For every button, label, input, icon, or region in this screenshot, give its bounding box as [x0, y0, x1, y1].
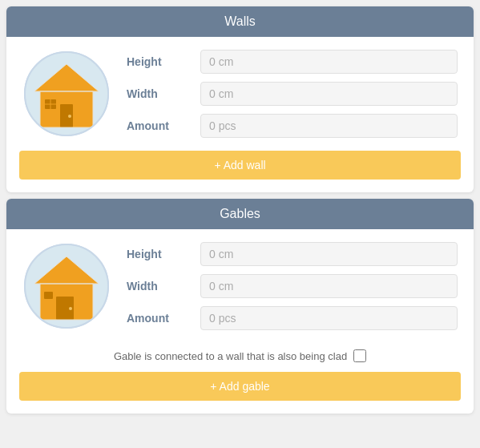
gables-header: Gables: [6, 199, 474, 229]
walls-width-label: Width: [127, 87, 191, 100]
gables-height-input[interactable]: [200, 242, 458, 266]
add-wall-button[interactable]: + Add wall: [19, 151, 461, 180]
walls-height-label: Height: [127, 55, 191, 68]
gables-width-row: Width: [127, 274, 458, 298]
gables-amount-label: Amount: [127, 312, 191, 325]
walls-amount-row: Amount: [127, 114, 458, 138]
walls-height-row: Height: [127, 50, 458, 74]
walls-section: Walls: [6, 6, 474, 192]
gables-height-label: Height: [127, 248, 191, 260]
gables-house-icon: [22, 242, 111, 330]
gables-amount-row: Amount: [127, 306, 458, 330]
svg-rect-20: [44, 292, 53, 299]
gables-title: Gables: [220, 207, 260, 220]
walls-height-input[interactable]: [200, 50, 458, 74]
gables-fields: Height Width Amount: [127, 242, 458, 330]
walls-body: Height Width Amount: [6, 37, 474, 151]
walls-house-icon: [22, 50, 111, 138]
gables-amount-input[interactable]: [200, 306, 458, 330]
gable-connected-checkbox[interactable]: [353, 349, 366, 362]
gables-width-input[interactable]: [200, 274, 458, 298]
walls-width-input[interactable]: [200, 82, 458, 106]
walls-amount-input[interactable]: [200, 114, 458, 138]
walls-width-row: Width: [127, 82, 458, 106]
gables-height-row: Height: [127, 242, 458, 266]
gables-section: Gables: [6, 199, 474, 414]
gables-width-label: Width: [127, 280, 191, 293]
gables-body: Height Width Amount: [6, 229, 474, 343]
walls-title: Walls: [224, 14, 256, 28]
walls-fields: Height Width Amount: [127, 50, 458, 138]
svg-point-6: [68, 115, 71, 118]
gable-connected-row: Gable is connected to a wall that is als…: [6, 343, 474, 362]
gable-connected-label: Gable is connected to a wall that is als…: [114, 350, 347, 362]
svg-point-19: [69, 307, 72, 310]
add-gable-button[interactable]: + Add gable: [19, 372, 461, 401]
walls-header: Walls: [6, 6, 474, 37]
walls-amount-label: Amount: [127, 119, 191, 132]
